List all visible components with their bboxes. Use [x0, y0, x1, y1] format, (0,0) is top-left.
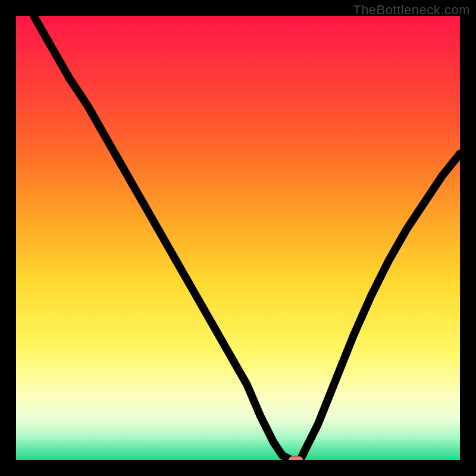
plot-area [16, 16, 460, 460]
bottleneck-curve [16, 16, 460, 460]
watermark-text: TheBottleneck.com [353, 2, 470, 18]
chart-frame: TheBottleneck.com [0, 0, 476, 476]
optimal-marker [289, 456, 303, 460]
